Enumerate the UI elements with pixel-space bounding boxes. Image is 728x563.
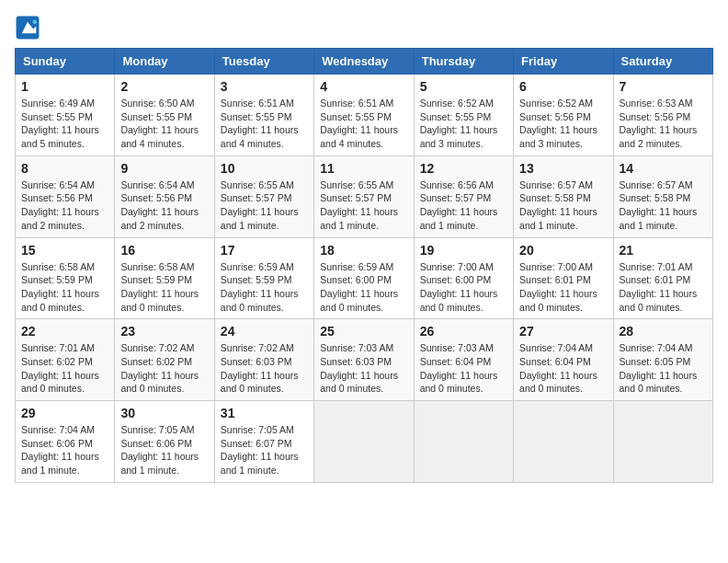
calendar-cell: 16Sunrise: 6:58 AMSunset: 5:59 PMDayligh…	[115, 237, 214, 319]
calendar-cell: 29Sunrise: 7:04 AMSunset: 6:06 PMDayligh…	[16, 401, 115, 483]
page-header	[15, 15, 713, 40]
calendar-cell: 22Sunrise: 7:01 AMSunset: 6:02 PMDayligh…	[16, 319, 115, 401]
day-number: 3	[221, 79, 308, 94]
calendar-cell: 13Sunrise: 6:57 AMSunset: 5:58 PMDayligh…	[514, 155, 613, 237]
day-info: Sunrise: 6:59 AMSunset: 6:00 PMDaylight:…	[320, 260, 407, 315]
day-info: Sunrise: 7:00 AMSunset: 6:00 PMDaylight:…	[420, 260, 507, 315]
weekday-header-sunday: Sunday	[16, 49, 115, 75]
day-info: Sunrise: 6:55 AMSunset: 5:57 PMDaylight:…	[221, 178, 308, 233]
calendar-cell: 17Sunrise: 6:59 AMSunset: 5:59 PMDayligh…	[214, 237, 313, 319]
day-info: Sunrise: 7:03 AMSunset: 6:04 PMDaylight:…	[420, 341, 507, 396]
day-info: Sunrise: 7:05 AMSunset: 6:06 PMDaylight:…	[120, 423, 208, 477]
calendar-cell: 3Sunrise: 6:51 AMSunset: 5:55 PMDaylight…	[214, 75, 313, 156]
day-number: 20	[519, 243, 607, 258]
day-number: 26	[420, 324, 507, 339]
day-number: 4	[320, 79, 407, 94]
calendar-cell: 26Sunrise: 7:03 AMSunset: 6:04 PMDayligh…	[414, 319, 513, 401]
day-info: Sunrise: 7:01 AMSunset: 6:01 PMDaylight:…	[620, 260, 707, 315]
day-number: 13	[519, 161, 607, 176]
day-info: Sunrise: 6:56 AMSunset: 5:57 PMDaylight:…	[420, 178, 507, 233]
day-number: 15	[21, 243, 108, 258]
day-info: Sunrise: 6:57 AMSunset: 5:58 PMDaylight:…	[519, 178, 607, 233]
calendar-cell: 4Sunrise: 6:51 AMSunset: 5:55 PMDaylight…	[314, 75, 414, 156]
calendar-cell: 23Sunrise: 7:02 AMSunset: 6:02 PMDayligh…	[115, 319, 214, 401]
calendar-cell: 6Sunrise: 6:52 AMSunset: 5:56 PMDaylight…	[514, 75, 613, 156]
day-number: 7	[620, 79, 707, 94]
day-number: 12	[420, 161, 507, 176]
weekday-header-thursday: Thursday	[414, 49, 513, 75]
day-number: 11	[320, 161, 407, 176]
calendar-cell: 7Sunrise: 6:53 AMSunset: 5:56 PMDaylight…	[613, 75, 712, 156]
day-info: Sunrise: 6:53 AMSunset: 5:56 PMDaylight:…	[620, 97, 707, 151]
day-number: 19	[420, 243, 507, 258]
calendar-cell: 5Sunrise: 6:52 AMSunset: 5:55 PMDaylight…	[414, 75, 513, 156]
day-info: Sunrise: 7:04 AMSunset: 6:04 PMDaylight:…	[519, 341, 607, 396]
day-info: Sunrise: 7:00 AMSunset: 6:01 PMDaylight:…	[519, 260, 607, 315]
calendar-week-1: 1Sunrise: 6:49 AMSunset: 5:55 PMDaylight…	[16, 75, 713, 156]
day-number: 17	[221, 243, 308, 258]
day-info: Sunrise: 6:55 AMSunset: 5:57 PMDaylight:…	[320, 178, 407, 233]
day-number: 27	[519, 324, 607, 339]
calendar-cell	[414, 401, 513, 483]
day-info: Sunrise: 6:58 AMSunset: 5:59 PMDaylight:…	[21, 260, 108, 315]
calendar-cell: 30Sunrise: 7:05 AMSunset: 6:06 PMDayligh…	[115, 401, 214, 483]
day-number: 28	[620, 324, 707, 339]
weekday-header-wednesday: Wednesday	[314, 49, 414, 75]
day-number: 6	[519, 79, 607, 94]
day-number: 30	[120, 406, 208, 420]
day-info: Sunrise: 6:54 AMSunset: 5:56 PMDaylight:…	[21, 178, 108, 233]
calendar-cell	[514, 401, 613, 483]
day-info: Sunrise: 7:04 AMSunset: 6:06 PMDaylight:…	[21, 423, 108, 477]
calendar-cell: 20Sunrise: 7:00 AMSunset: 6:01 PMDayligh…	[514, 237, 613, 319]
day-info: Sunrise: 6:51 AMSunset: 5:55 PMDaylight:…	[221, 97, 308, 151]
day-info: Sunrise: 7:03 AMSunset: 6:03 PMDaylight:…	[320, 341, 407, 396]
day-number: 9	[120, 161, 208, 176]
day-info: Sunrise: 6:49 AMSunset: 5:55 PMDaylight:…	[21, 97, 108, 151]
day-number: 10	[221, 161, 308, 176]
calendar-cell: 25Sunrise: 7:03 AMSunset: 6:03 PMDayligh…	[314, 319, 414, 401]
calendar-cell: 27Sunrise: 7:04 AMSunset: 6:04 PMDayligh…	[514, 319, 613, 401]
calendar-cell	[314, 401, 414, 483]
day-info: Sunrise: 7:02 AMSunset: 6:02 PMDaylight:…	[120, 341, 208, 396]
calendar-table: SundayMondayTuesdayWednesdayThursdayFrid…	[15, 48, 713, 483]
calendar-week-3: 15Sunrise: 6:58 AMSunset: 5:59 PMDayligh…	[16, 237, 713, 319]
calendar-cell: 2Sunrise: 6:50 AMSunset: 5:55 PMDaylight…	[115, 75, 214, 156]
weekday-header-monday: Monday	[115, 49, 214, 75]
calendar-cell: 8Sunrise: 6:54 AMSunset: 5:56 PMDaylight…	[16, 155, 115, 237]
calendar-week-2: 8Sunrise: 6:54 AMSunset: 5:56 PMDaylight…	[16, 155, 713, 237]
day-info: Sunrise: 7:04 AMSunset: 6:05 PMDaylight:…	[620, 341, 707, 396]
calendar-cell: 15Sunrise: 6:58 AMSunset: 5:59 PMDayligh…	[16, 237, 115, 319]
day-number: 2	[120, 79, 208, 94]
svg-point-2	[32, 19, 37, 24]
day-info: Sunrise: 6:50 AMSunset: 5:55 PMDaylight:…	[120, 97, 208, 151]
weekday-header-saturday: Saturday	[613, 49, 712, 75]
day-info: Sunrise: 6:52 AMSunset: 5:56 PMDaylight:…	[519, 97, 607, 151]
day-info: Sunrise: 7:05 AMSunset: 6:07 PMDaylight:…	[221, 423, 308, 477]
calendar-cell: 19Sunrise: 7:00 AMSunset: 6:00 PMDayligh…	[414, 237, 513, 319]
day-info: Sunrise: 6:51 AMSunset: 5:55 PMDaylight:…	[320, 97, 407, 151]
day-number: 31	[221, 406, 308, 420]
weekday-header-tuesday: Tuesday	[214, 49, 313, 75]
day-number: 21	[620, 243, 707, 258]
day-number: 23	[120, 324, 208, 339]
calendar-week-5: 29Sunrise: 7:04 AMSunset: 6:06 PMDayligh…	[16, 401, 713, 483]
calendar-cell: 28Sunrise: 7:04 AMSunset: 6:05 PMDayligh…	[613, 319, 712, 401]
day-info: Sunrise: 6:57 AMSunset: 5:58 PMDaylight:…	[620, 178, 707, 233]
day-info: Sunrise: 7:01 AMSunset: 6:02 PMDaylight:…	[21, 341, 108, 396]
day-number: 25	[320, 324, 407, 339]
day-number: 22	[21, 324, 108, 339]
calendar-cell	[613, 401, 712, 483]
day-number: 14	[620, 161, 707, 176]
day-info: Sunrise: 6:59 AMSunset: 5:59 PMDaylight:…	[221, 260, 308, 315]
calendar-cell: 18Sunrise: 6:59 AMSunset: 6:00 PMDayligh…	[314, 237, 414, 319]
calendar-cell: 21Sunrise: 7:01 AMSunset: 6:01 PMDayligh…	[613, 237, 712, 319]
day-number: 1	[21, 79, 108, 94]
weekday-header-friday: Friday	[514, 49, 613, 75]
day-number: 29	[21, 406, 108, 420]
calendar-cell: 12Sunrise: 6:56 AMSunset: 5:57 PMDayligh…	[414, 155, 513, 237]
logo-icon	[15, 15, 40, 40]
day-number: 16	[120, 243, 208, 258]
day-number: 8	[21, 161, 108, 176]
day-number: 24	[221, 324, 308, 339]
calendar-cell: 31Sunrise: 7:05 AMSunset: 6:07 PMDayligh…	[214, 401, 313, 483]
